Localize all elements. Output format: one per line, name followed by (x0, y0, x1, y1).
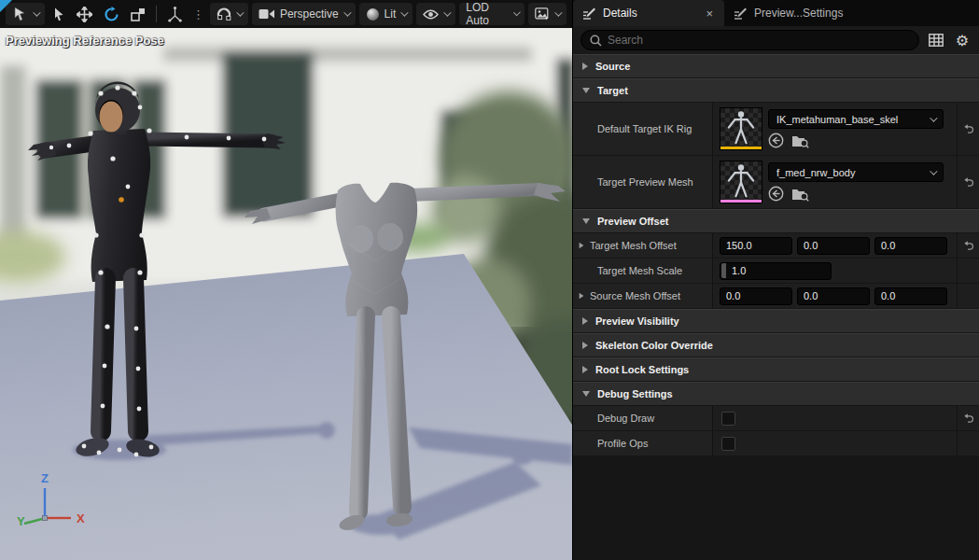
chevron-down-icon (513, 9, 521, 17)
expander-collapsed-icon (582, 366, 588, 373)
asset-color-bar (720, 147, 762, 149)
panel-tab-bar: Details × Preview...Settings (573, 0, 979, 26)
expander-collapsed-icon (582, 342, 588, 349)
debug-draw-checkbox[interactable] (721, 412, 735, 426)
profile-ops-checkbox[interactable] (721, 437, 735, 451)
reset-to-default-icon (961, 412, 975, 425)
screenshot-dropdown-button[interactable] (528, 3, 566, 25)
tab-details[interactable]: Details × (573, 0, 724, 26)
world-axes-icon (167, 6, 183, 22)
section-header-source[interactable]: Source (573, 54, 979, 78)
chest-marker-orange (119, 197, 124, 203)
scale-tool-button[interactable] (127, 3, 149, 25)
chevron-down-icon (554, 8, 562, 16)
search-row: ⚙ (573, 26, 979, 54)
axis-x-label: X (77, 511, 85, 525)
snap-rotation-dropdown-button[interactable] (210, 3, 248, 25)
reset-ik-rig-button[interactable] (957, 103, 979, 155)
section-header-target[interactable]: Target (573, 78, 979, 103)
section-header-root-lock-settings[interactable]: Root Lock Settings (573, 357, 979, 382)
ik-rig-thumbnail[interactable] (720, 107, 762, 150)
section-header-skeleton-color-override[interactable]: Skeleton Color Override (573, 333, 979, 357)
chevron-down-icon (33, 8, 40, 16)
axis-y-label: Y (17, 514, 25, 528)
tab-preview-settings-label: Preview...Settings (754, 7, 843, 20)
display-filter-button[interactable] (927, 31, 945, 49)
expander-expanded-icon (582, 88, 590, 93)
source-mesh-offset-z-field[interactable] (874, 287, 947, 305)
details-panel: Details × Preview...Settings (572, 0, 979, 560)
source-mesh-offset-x-field[interactable] (720, 287, 792, 305)
coordinate-system-button[interactable] (163, 3, 187, 25)
source-mesh-offset-y-field[interactable] (797, 287, 870, 305)
target-preview-mesh-label: Target Preview Mesh (597, 176, 693, 188)
unreal-editor-window: ⋮ Perspective (0, 0, 979, 560)
viewport-focus-corner (0, 0, 12, 12)
ik-rig-asset-combobox[interactable]: IK_metahuman_base_skel (768, 109, 944, 129)
property-row-target-mesh-offset: Target Mesh Offset (573, 233, 979, 259)
property-expander-icon[interactable] (580, 293, 584, 299)
scale-tool-icon (131, 7, 146, 21)
preview-mesh-asset-name: f_med_nrw_body (776, 167, 930, 178)
tab-details-label: Details (603, 7, 637, 20)
tab-preview-settings[interactable]: Preview...Settings (724, 0, 852, 26)
rotate-tool-button[interactable] (100, 3, 123, 25)
panel-empty-area (573, 456, 979, 560)
browse-to-asset-icon[interactable] (791, 133, 809, 148)
mesh-thumbnail-figure (720, 161, 762, 200)
move-tool-icon (77, 7, 92, 22)
rotate-tool-icon (104, 7, 119, 22)
toolbar-overflow-button[interactable]: ⋮ (190, 7, 206, 21)
target-mesh-offset-x-field[interactable] (720, 237, 792, 255)
search-icon (590, 35, 602, 47)
select-tool-button[interactable] (49, 3, 69, 25)
property-row-target-mesh-scale: Target Mesh Scale (573, 259, 979, 284)
viewport[interactable]: ⋮ Perspective (0, 0, 572, 560)
target-mesh-offset-y-field[interactable] (797, 237, 870, 255)
section-header-preview-visibility[interactable]: Preview Visibility (573, 309, 979, 333)
viewport-toolbar: ⋮ Perspective (0, 0, 572, 28)
debug-draw-label: Debug Draw (597, 413, 654, 424)
reset-debug-draw-button[interactable] (957, 406, 979, 430)
search-input[interactable] (608, 34, 910, 47)
preview-mesh-asset-combobox[interactable]: f_med_nrw_body (768, 162, 944, 182)
ik-rig-asset-widget: IK_metahuman_base_skel (720, 107, 944, 150)
preview-settings-panel-icon (734, 7, 748, 20)
target-mesh-offset-z-field[interactable] (874, 237, 947, 255)
slider-grip[interactable] (721, 263, 726, 278)
section-skeleton-color-override-label: Skeleton Color Override (595, 340, 713, 351)
property-row-target-preview-mesh: Target Preview Mesh (573, 156, 979, 209)
chevron-down-icon (343, 8, 351, 16)
move-tool-button[interactable] (73, 3, 96, 25)
expander-collapsed-icon (582, 63, 588, 70)
perspective-dropdown-button[interactable]: Perspective (252, 3, 356, 25)
show-flags-dropdown-button[interactable] (416, 3, 455, 25)
lod-dropdown-button[interactable]: LOD Auto (459, 3, 524, 25)
section-target-label: Target (597, 85, 628, 96)
section-header-debug-settings[interactable]: Debug Settings (573, 382, 979, 406)
viewport-capture-icon (535, 7, 550, 21)
axis-z-label: Z (41, 471, 49, 485)
preview-mesh-thumbnail[interactable] (720, 161, 762, 203)
lit-mode-dropdown-button[interactable]: Lit (359, 3, 413, 25)
chevron-down-icon (930, 167, 937, 175)
chevron-down-icon (236, 8, 244, 16)
chevron-down-icon (930, 114, 937, 121)
lod-label: LOD Auto (466, 1, 508, 27)
search-box[interactable] (580, 30, 919, 50)
expander-collapsed-icon (582, 317, 588, 325)
property-expander-icon[interactable] (580, 243, 584, 248)
reset-target-mesh-offset-button[interactable] (957, 233, 979, 258)
use-selected-asset-icon[interactable] (768, 186, 784, 202)
section-header-preview-offset[interactable]: Preview Offset (573, 209, 979, 233)
expander-expanded-icon (582, 391, 590, 397)
reset-to-default-icon (961, 239, 975, 252)
use-selected-asset-icon[interactable] (768, 133, 784, 148)
toolbar-separator (156, 6, 157, 22)
property-row-profile-ops: Profile Ops (573, 431, 979, 456)
target-mesh-scale-field[interactable] (720, 262, 832, 280)
reset-preview-mesh-button[interactable] (957, 156, 979, 208)
settings-button[interactable]: ⚙ (953, 31, 972, 49)
close-icon[interactable]: × (704, 7, 715, 20)
browse-to-asset-icon[interactable] (791, 187, 809, 202)
